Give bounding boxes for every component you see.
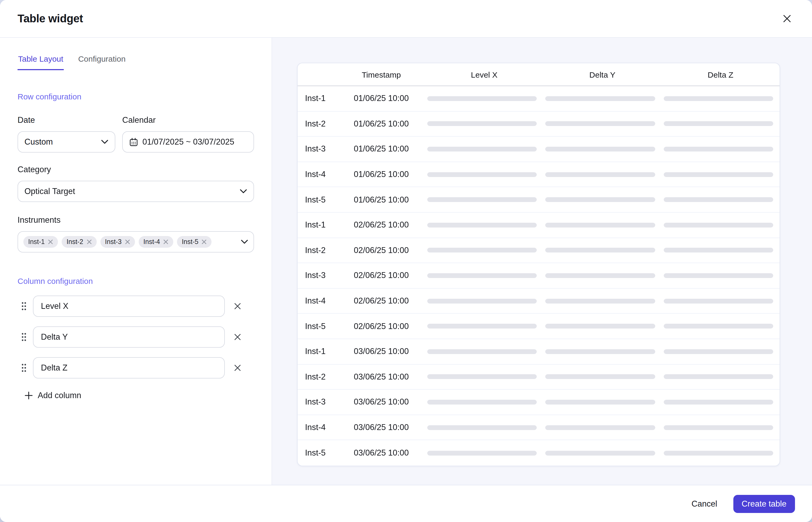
date-select[interactable]: Custom [18, 131, 115, 153]
chevron-down-icon [240, 189, 247, 194]
drag-handle[interactable] [18, 332, 33, 342]
tab-configuration[interactable]: Configuration [78, 54, 126, 70]
drag-handle[interactable] [18, 363, 33, 373]
column-config-row [18, 296, 254, 317]
instruments-multiselect[interactable]: Inst-1 Inst-2 Inst-3 Inst-4 Inst-5 [18, 231, 254, 253]
remove-column-button[interactable] [231, 300, 244, 313]
row-instrument: Inst-2 [297, 372, 337, 382]
chip-label: Inst-5 [182, 238, 199, 246]
drag-handle[interactable] [18, 301, 33, 311]
chip-remove-icon[interactable] [48, 239, 54, 244]
row-timestamp: 03/06/25 10:00 [337, 372, 425, 382]
table-row: Inst-5 02/06/25 10:00 [297, 314, 779, 339]
column-config-row [18, 326, 254, 348]
row-instrument: Inst-5 [297, 448, 337, 458]
row-instrument: Inst-1 [297, 220, 337, 230]
column-name-input[interactable] [33, 357, 225, 379]
column-name-input[interactable] [33, 296, 225, 317]
create-table-button[interactable]: Create table [733, 495, 795, 513]
category-select-value: Optical Target [24, 186, 240, 196]
table-row: Inst-1 03/06/25 10:00 [297, 339, 779, 364]
placeholder-bar [545, 299, 655, 303]
instrument-chip[interactable]: Inst-3 [100, 236, 135, 248]
drag-handle-icon [21, 301, 27, 311]
chevron-down-icon [241, 240, 248, 244]
row-instrument: Inst-4 [297, 296, 337, 306]
cancel-button[interactable]: Cancel [692, 499, 717, 508]
table-row: Inst-2 02/06/25 10:00 [297, 238, 779, 263]
remove-column-button[interactable] [231, 330, 244, 343]
row-timestamp: 03/06/25 10:00 [337, 397, 425, 407]
placeholder-bar [545, 273, 655, 278]
placeholder-bar [664, 248, 773, 253]
dialog-body: Table Layout Configuration Row configura… [0, 38, 812, 485]
chip-remove-icon[interactable] [125, 239, 130, 244]
date-field-group: Date Custom [18, 115, 115, 153]
row-timestamp: 02/06/25 10:00 [337, 296, 425, 306]
placeholder-bar [545, 172, 655, 177]
row-instrument: Inst-3 [297, 144, 337, 154]
placeholder-bar [664, 121, 773, 126]
placeholder-bar [427, 349, 537, 354]
row-timestamp: 01/06/25 10:00 [337, 94, 425, 103]
column-name-input[interactable] [33, 326, 225, 348]
tab-bar: Table Layout Configuration [18, 54, 254, 70]
remove-column-button[interactable] [231, 361, 244, 374]
table-widget-dialog: Table widget Table Layout Configuration … [0, 0, 812, 522]
close-button[interactable] [779, 11, 795, 26]
chip-remove-icon[interactable] [86, 239, 92, 244]
instrument-chip[interactable]: Inst-1 [23, 236, 58, 248]
placeholder-bar [664, 172, 773, 177]
config-panel: Table Layout Configuration Row configura… [0, 38, 272, 485]
category-select[interactable]: Optical Target [18, 181, 254, 202]
placeholder-bar [427, 400, 537, 404]
add-column-button[interactable]: Add column [24, 391, 81, 400]
close-icon [782, 14, 792, 23]
placeholder-bar [664, 96, 773, 101]
row-timestamp: 02/06/25 10:00 [337, 220, 425, 230]
row-instrument: Inst-4 [297, 169, 337, 179]
calendar-input[interactable]: 01/07/2025 ~ 03/07/2025 [122, 131, 254, 153]
row-timestamp: 03/06/25 10:00 [337, 346, 425, 356]
header-col-3: Delta Z [661, 70, 779, 79]
placeholder-bar [545, 121, 655, 126]
preview-table: Timestamp Level X Delta Y Delta Z Inst-1… [297, 63, 780, 466]
instrument-chip[interactable]: Inst-5 [177, 236, 212, 248]
plus-icon [24, 391, 33, 400]
placeholder-bar [545, 425, 655, 430]
placeholder-bar [427, 248, 537, 253]
row-timestamp: 02/06/25 10:00 [337, 246, 425, 255]
row-instrument: Inst-1 [297, 94, 337, 103]
column-rows [18, 296, 254, 379]
instruments-field-group: Instruments Inst-1 Inst-2 Inst-3 Inst-4 … [18, 215, 254, 253]
placeholder-bar [427, 197, 537, 202]
header-col-1: Level X [425, 70, 543, 79]
placeholder-bar [427, 324, 537, 328]
row-instrument: Inst-5 [297, 195, 337, 204]
row-timestamp: 01/06/25 10:00 [337, 169, 425, 179]
chip-remove-icon[interactable] [163, 239, 168, 244]
placeholder-bar [664, 147, 773, 152]
placeholder-bar [545, 450, 655, 455]
placeholder-bar [545, 147, 655, 152]
placeholder-bar [427, 273, 537, 278]
table-row: Inst-3 02/06/25 10:00 [297, 263, 779, 288]
calendar-icon [129, 137, 138, 146]
placeholder-bar [427, 96, 537, 101]
row-timestamp: 03/06/25 10:00 [337, 448, 425, 458]
preview-table-header: Timestamp Level X Delta Y Delta Z [297, 63, 779, 86]
tab-table-layout[interactable]: Table Layout [18, 54, 64, 70]
chip-remove-icon[interactable] [202, 239, 207, 244]
row-timestamp: 02/06/25 10:00 [337, 321, 425, 331]
row-timestamp: 02/06/25 10:00 [337, 271, 425, 280]
row-instrument: Inst-3 [297, 397, 337, 407]
instruments-label: Instruments [18, 215, 254, 225]
placeholder-bar [545, 197, 655, 202]
placeholder-bar [664, 425, 773, 430]
instrument-chip[interactable]: Inst-2 [62, 236, 97, 248]
row-instrument: Inst-2 [297, 119, 337, 129]
placeholder-bar [545, 248, 655, 253]
row-instrument: Inst-3 [297, 271, 337, 280]
row-timestamp: 01/06/25 10:00 [337, 144, 425, 154]
instrument-chip[interactable]: Inst-4 [139, 236, 173, 248]
